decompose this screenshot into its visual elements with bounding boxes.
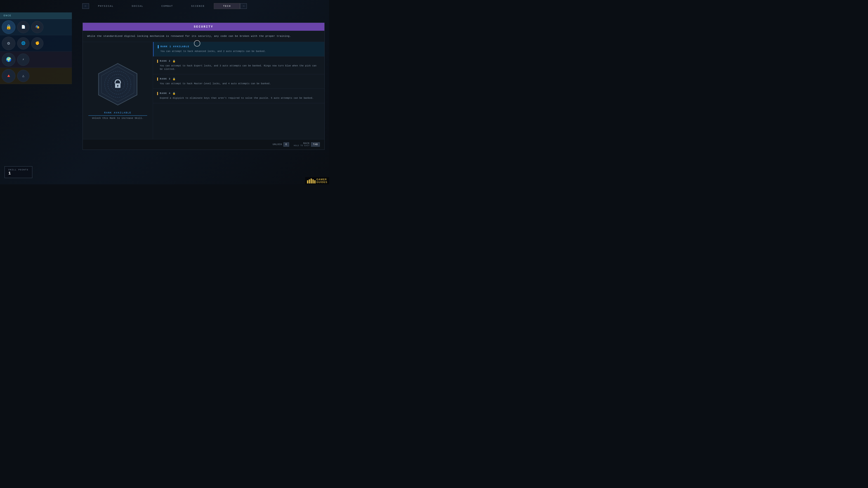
unlock-key-badge[interactable]: E [283,142,289,147]
skill-icon-symbol: 🎭 [35,25,39,29]
rank-2-item[interactable]: RANK 2 🔒 You can attempt to hack Expert … [153,57,324,74]
svg-rect-7 [118,86,118,87]
rank-3-label: RANK 3 [160,78,170,80]
hex-badge [95,62,141,107]
hex-svg [95,62,141,107]
skill-row-3: 🌍 ⚡ [0,52,72,68]
rank-4-stripe [157,92,158,95]
security-panel: SECURITY While the standardized digital … [83,23,324,150]
lock-4-icon: 🔒 [173,92,176,95]
rank-1-desc: You can attempt to hack Advanced locks, … [158,50,320,53]
skill-icon-symbol: 🌍 [6,57,11,62]
skills-sidebar: ENCE 🔒 📄 🎭 ⚙️ 🌐 ✊ 🌍 ⚡ [0,12,72,184]
back-label: BACK [293,142,310,144]
rank-3-item[interactable]: RANK 3 🔒 You can attempt to hack Master-… [153,74,324,89]
main-panel: SECURITY While the standardized digital … [83,23,324,180]
lock-2-icon: 🔒 [173,60,176,63]
skill-icon-symbol: ⚙️ [7,40,10,46]
watermark: GAMER GUIDES [305,177,329,184]
rank-3-stripe [157,77,158,80]
tab-social[interactable]: SOCIAL [123,3,152,9]
top-navigation: ← PHYSICAL SOCIAL COMBAT SCIENCE TECH → [0,3,329,9]
skill-icon-symbol: △ [22,74,24,78]
rank-2-desc: You can attempt to hack Expert locks, an… [157,64,320,71]
skill-row-1: 🔒 📄 🎭 [0,19,72,35]
back-action: BACK HOLD TO EXIT TAB [293,142,320,147]
tab-tech[interactable]: TECH [214,3,240,9]
skill-icon-symbol: 📄 [21,25,26,29]
skill-points-box: SKILL POINTS 1 [4,166,32,178]
rank-2-label: RANK 2 [160,60,170,62]
skill-row-2: ⚙️ 🌐 ✊ [0,35,72,52]
rank-1-label: RANK 1 AVAILABLE [160,45,189,48]
unlock-label: UNLOCK [273,143,282,146]
skill-icon-6[interactable]: ✊ [31,37,43,50]
rank-2-header: RANK 2 🔒 [157,60,320,63]
rank-4-label: RANK 4 [160,92,170,95]
rank-3-desc: You can attempt to hack Master-level loc… [157,82,320,86]
skill-icon-symbol: 🔺 [6,73,11,78]
nav-next-button[interactable]: → [240,3,247,9]
sidebar-title: ENCE [4,14,11,17]
rank-4-item[interactable]: RANK 4 🔒 Expend a digipick to eliminate … [153,89,324,103]
skill-icon-main-4[interactable]: 🔺 [2,69,16,83]
arrow-left-icon: ← [85,4,86,8]
tab-science[interactable]: SCIENCE [182,3,214,9]
arrow-right-icon: → [243,4,244,8]
panel-footer: UNLOCK E BACK HOLD TO EXIT TAB [83,139,324,150]
security-description-text: While the standardized digital locking m… [87,35,291,37]
skill-icon-symbol: ✊ [35,41,39,45]
unlock-action: UNLOCK E [273,142,289,147]
skill-icon-main-1[interactable]: 🔒 [2,20,16,34]
skill-visual-area: RANK AVAILABLE Unlock this Rank to incre… [83,42,153,139]
rank-available-desc-text: Unlock this Rank to increase Skill. [92,117,144,120]
rank-2-stripe [157,60,158,63]
rank-4-header: RANK 4 🔒 [157,92,320,95]
skill-icon-main-3[interactable]: 🌍 [2,53,16,66]
skill-icon-5[interactable]: 🌐 [17,37,29,50]
rank-1-stripe [158,45,159,48]
skill-icon-8[interactable]: △ [17,70,29,82]
security-description: While the standardized digital locking m… [83,31,324,42]
rank-available-desc: Unlock this Rank to increase Skill. [92,117,144,120]
tab-combat[interactable]: COMBAT [152,3,182,9]
rank-1-header: RANK 1 AVAILABLE [158,45,320,48]
security-body: RANK AVAILABLE Unlock this Rank to incre… [83,42,324,139]
skill-icon-symbol: ⚡ [22,57,24,62]
back-key-badge[interactable]: TAB [311,142,320,147]
skill-icon-symbol: 🌐 [21,41,26,45]
skill-points-label: SKILL POINTS [8,169,29,171]
rank-3-header: RANK 3 🔒 [157,77,320,80]
hold-to-exit-label: HOLD TO EXIT [293,144,310,147]
sidebar-header: ENCE [0,12,72,19]
rank-4-desc: Expend a digipick to eliminate keys that… [157,96,320,100]
rank-available-label: RANK AVAILABLE [104,111,131,114]
lock-3-icon: 🔒 [173,77,176,80]
security-title-text: SECURITY [194,25,213,29]
skill-icon-3[interactable]: 🎭 [31,21,43,33]
tab-physical[interactable]: PHYSICAL [89,3,123,9]
skill-icon-2[interactable]: 📄 [17,21,29,33]
skill-icon-7[interactable]: ⚡ [17,54,29,66]
rank-available-text: RANK AVAILABLE [104,111,131,114]
ranks-list: RANK 1 AVAILABLE You can attempt to hack… [153,42,324,139]
security-title: SECURITY [83,23,324,31]
nav-prev-button[interactable]: ← [82,3,89,9]
skill-row-4: 🔺 △ [0,68,72,84]
rank-1-item[interactable]: RANK 1 AVAILABLE You can attempt to hack… [153,42,324,57]
skill-points-value: 1 [8,171,29,175]
skill-icon-main-2[interactable]: ⚙️ [2,37,16,50]
skill-icon-symbol: 🔒 [6,24,11,30]
